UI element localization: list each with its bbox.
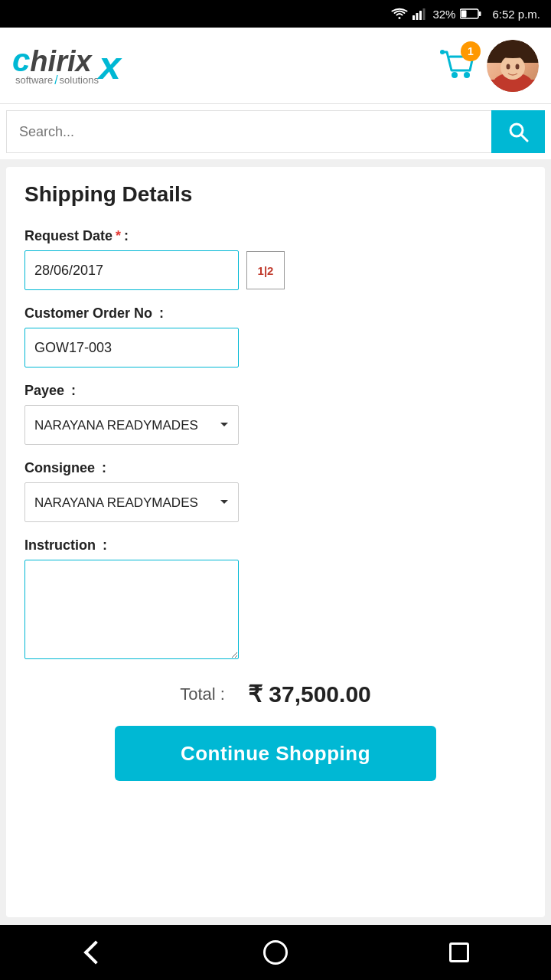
logo: chirix software / solutions x — [12, 44, 121, 87]
consignee-dropdown[interactable]: NARAYANA READYMADES — [24, 482, 239, 522]
search-button[interactable] — [491, 110, 545, 153]
date-row: 1|2 — [24, 250, 527, 290]
instruction-label: Instruction : — [24, 537, 527, 554]
customer-order-label: Customer Order No : — [24, 305, 527, 322]
svg-rect-3 — [423, 8, 425, 20]
avatar[interactable] — [487, 40, 539, 92]
request-date-input[interactable] — [24, 250, 239, 290]
required-indicator: * — [116, 228, 121, 244]
instruction-section: Instruction : — [24, 537, 527, 662]
consignee-section: Consignee : NARAYANA READYMADES — [24, 460, 527, 522]
svg-rect-5 — [479, 11, 481, 16]
svg-rect-13 — [487, 40, 539, 58]
header: chirix software / solutions x 1 — [0, 28, 551, 104]
cart-badge: 1 — [461, 41, 481, 61]
back-icon — [83, 940, 107, 964]
svg-rect-14 — [487, 80, 539, 92]
page-title: Shipping Details — [24, 182, 527, 207]
svg-point-10 — [500, 55, 525, 80]
svg-rect-0 — [412, 15, 415, 20]
home-button[interactable] — [256, 933, 295, 972]
signal-icon — [412, 8, 428, 20]
battery-icon — [460, 8, 481, 19]
search-icon — [507, 121, 529, 142]
svg-rect-2 — [419, 11, 422, 20]
back-button[interactable] — [73, 933, 111, 972]
bottom-nav — [0, 925, 551, 980]
header-right: 1 — [438, 40, 539, 92]
svg-point-8 — [464, 72, 470, 78]
home-icon — [263, 940, 288, 965]
wifi-icon — [391, 8, 408, 20]
customer-order-section: Customer Order No : — [24, 305, 527, 368]
continue-shopping-button[interactable]: Continue Shopping — [115, 726, 436, 781]
svg-line-16 — [521, 135, 527, 141]
svg-point-12 — [516, 64, 520, 69]
recents-button[interactable] — [440, 933, 478, 972]
request-date-label: Request Date * : — [24, 228, 527, 244]
search-input[interactable] — [6, 110, 491, 153]
payee-label: Payee : — [24, 383, 527, 399]
calendar-icon-text: 1|2 — [258, 264, 274, 277]
svg-point-7 — [452, 72, 458, 78]
search-bar — [0, 104, 551, 159]
main-content: Shipping Details Request Date * : 1|2 Cu… — [6, 167, 545, 917]
instruction-textarea[interactable] — [24, 560, 239, 659]
svg-point-9 — [440, 50, 445, 54]
consignee-label: Consignee : — [24, 460, 527, 476]
total-row: Total : ₹ 37,500.00 — [24, 681, 527, 707]
recents-icon — [449, 942, 469, 962]
status-icons: 32% — [391, 8, 481, 21]
time-display: 6:52 p.m. — [492, 8, 540, 21]
cart-button[interactable]: 1 — [438, 44, 478, 87]
battery-text: 32% — [432, 8, 455, 21]
status-bar: 32% 6:52 p.m. — [0, 0, 551, 28]
svg-point-11 — [507, 64, 510, 69]
payee-dropdown[interactable]: NARAYANA READYMADES — [24, 405, 239, 445]
total-label: Total : — [180, 684, 225, 704]
payee-section: Payee : NARAYANA READYMADES — [24, 383, 527, 445]
customer-order-input[interactable] — [24, 328, 239, 368]
svg-rect-1 — [416, 13, 419, 20]
svg-rect-6 — [461, 11, 467, 18]
calendar-picker-button[interactable]: 1|2 — [246, 251, 285, 289]
request-date-section: Request Date * : 1|2 — [24, 228, 527, 290]
avatar-svg — [487, 40, 539, 92]
total-amount: ₹ 37,500.00 — [248, 681, 371, 707]
